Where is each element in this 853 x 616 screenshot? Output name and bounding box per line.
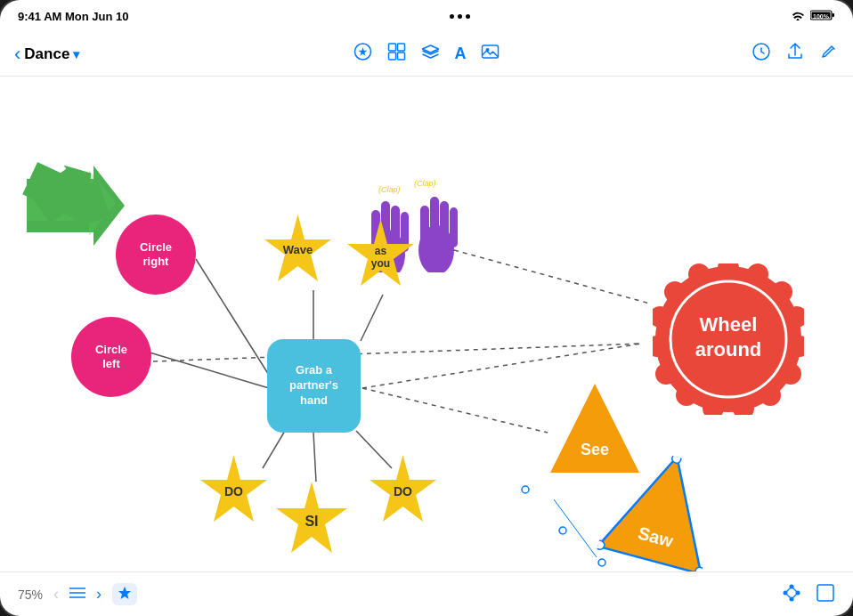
svg-line-16 (454, 250, 650, 304)
center-node[interactable]: Grab apartner'shand (267, 339, 361, 433)
dot3 (466, 14, 470, 19)
svg-rect-7 (389, 53, 396, 60)
svg-point-56 (771, 281, 792, 303)
star-button[interactable] (112, 583, 137, 605)
svg-line-26 (554, 499, 597, 557)
scatter-icon[interactable] (782, 583, 801, 606)
svg-rect-9 (483, 45, 499, 58)
back-button[interactable]: ‹ (14, 43, 20, 66)
svg-point-64 (655, 363, 677, 385)
back-chevron-icon: ‹ (14, 43, 20, 66)
zoom-controls: 75% ‹ › (18, 581, 137, 607)
svg-rect-6 (398, 44, 405, 51)
svg-point-24 (559, 527, 566, 534)
layout-icon[interactable] (816, 583, 835, 606)
svg-rect-40 (450, 207, 458, 247)
svg-line-20 (313, 433, 316, 482)
wheel-around-node[interactable]: Wheel around (653, 263, 804, 415)
svg-rect-8 (398, 53, 405, 60)
status-time: 9:41 AM Mon Jun 10 (18, 10, 128, 23)
document-title: Dance (24, 45, 69, 63)
share-icon[interactable] (785, 42, 805, 66)
toolbar-right (751, 42, 839, 66)
svg-line-14 (153, 344, 641, 361)
svg-text:SI: SI (305, 514, 318, 529)
circle-left-label: Circleleft (95, 343, 127, 370)
svg-rect-1 (832, 13, 834, 17)
do-left-node[interactable]: DO (200, 455, 267, 525)
toolbar-center: A (353, 42, 500, 66)
ipad-frame: 9:41 AM Mon Jun 10 100% ‹ (0, 0, 853, 616)
list-icon[interactable] (69, 585, 85, 604)
dot2 (458, 14, 462, 19)
edit-icon[interactable] (819, 42, 839, 66)
svg-line-15 (362, 344, 641, 388)
zoom-label: 75% (18, 588, 43, 602)
svg-rect-5 (389, 44, 396, 51)
svg-text:you: you (371, 257, 390, 270)
svg-text:Wave: Wave (283, 243, 313, 256)
layers-icon[interactable] (421, 42, 441, 66)
title-button[interactable]: Dance ▾ (24, 45, 79, 63)
svg-line-90 (792, 593, 798, 599)
svg-line-22 (362, 388, 548, 433)
bottom-bar: 75% ‹ › (0, 571, 853, 616)
svg-rect-92 (817, 585, 833, 601)
prev-button[interactable]: ‹ (50, 581, 62, 607)
svg-point-59 (780, 363, 801, 385)
text-icon[interactable]: A (455, 45, 467, 63)
canvas-area: Circle right Circleleft (Clap) (0, 77, 853, 571)
circle-right-node[interactable]: Circle right (116, 215, 196, 295)
do-right-node[interactable]: DO (370, 455, 436, 525)
svg-point-23 (522, 486, 529, 493)
svg-point-60 (760, 385, 781, 406)
svg-point-55 (747, 263, 768, 285)
status-center (450, 14, 470, 19)
svg-rect-37 (420, 206, 429, 246)
svg-text:DO: DO (224, 484, 243, 498)
wifi-icon (791, 10, 805, 23)
toolbar: ‹ Dance ▾ A (0, 32, 853, 77)
svg-text:See: See (581, 441, 609, 458)
battery-icon: 100% (810, 9, 835, 24)
svg-line-18 (361, 295, 383, 341)
dot1 (450, 14, 454, 19)
circle-right-label: Circle right (140, 240, 172, 268)
svg-line-88 (785, 587, 792, 593)
svg-point-68 (688, 263, 710, 285)
svg-text:Wheel: Wheel (700, 313, 758, 336)
as-you-node[interactable]: as you (347, 219, 414, 289)
svg-text:around: around (695, 338, 762, 361)
shape-icon[interactable] (353, 42, 373, 66)
chevron-down-icon: ▾ (73, 47, 79, 61)
grid-icon[interactable] (387, 42, 407, 66)
svg-line-13 (150, 353, 269, 388)
svg-rect-39 (440, 201, 449, 246)
svg-line-12 (196, 259, 272, 379)
next-button[interactable]: › (93, 581, 105, 607)
svg-text:(Clap): (Clap) (378, 185, 401, 194)
svg-point-67 (664, 281, 686, 303)
image-icon[interactable] (481, 42, 500, 66)
svg-line-89 (792, 587, 798, 593)
svg-text:(Clap): (Clap) (414, 179, 436, 188)
svg-text:DO: DO (394, 484, 412, 498)
svg-text:100%: 100% (813, 12, 830, 19)
svg-line-91 (785, 593, 792, 599)
svg-marker-83 (118, 587, 131, 599)
status-bar: 9:41 AM Mon Jun 10 100% (0, 0, 853, 32)
si-node[interactable]: SI (276, 482, 347, 556)
bottom-right-icons (782, 583, 835, 606)
status-right: 100% (791, 9, 835, 24)
svg-text:as: as (375, 245, 387, 257)
center-label: Grab apartner'shand (289, 363, 338, 409)
clock-icon[interactable] (751, 42, 771, 66)
svg-point-63 (676, 385, 697, 406)
circle-left-node[interactable]: Circleleft (71, 317, 151, 397)
svg-rect-38 (430, 197, 439, 246)
wave-node[interactable]: Wave (264, 215, 331, 285)
